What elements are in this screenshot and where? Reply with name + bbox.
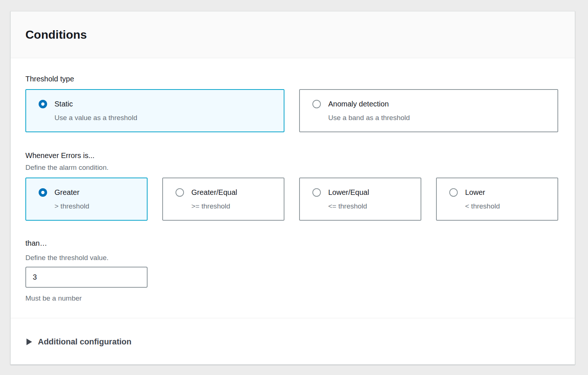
condition-option-greater[interactable]: Greater > threshold	[25, 178, 148, 221]
caret-right-icon	[26, 339, 32, 345]
panel-content: Threshold type Static Use a value as a t…	[11, 58, 575, 318]
option-text: Lower/Equal <= threshold	[328, 187, 369, 211]
additional-configuration-expander[interactable]: Additional configuration	[11, 318, 575, 365]
threshold-type-label: Threshold type	[25, 74, 558, 84]
option-text: Greater > threshold	[54, 187, 89, 211]
option-description: <= threshold	[328, 202, 369, 211]
option-description: >= threshold	[191, 202, 237, 211]
condition-options: Greater > threshold Greater/Equal >= thr…	[25, 178, 558, 221]
option-text: Anomaly detection Use a band as a thresh…	[328, 99, 410, 122]
conditions-panel: Conditions Threshold type Static Use a v…	[10, 11, 575, 365]
option-description: < threshold	[465, 202, 500, 211]
threshold-value-label: than…	[25, 238, 558, 248]
threshold-value-input[interactable]	[25, 267, 148, 288]
condition-label: Whenever Errors is...	[25, 151, 558, 160]
radio-anomaly-detection-icon[interactable]	[312, 100, 321, 108]
threshold-type-option-static[interactable]: Static Use a value as a threshold	[25, 89, 284, 132]
option-description: Use a value as a threshold	[54, 113, 137, 122]
option-label: Greater	[54, 187, 89, 197]
radio-lower-equal-icon[interactable]	[312, 188, 321, 197]
option-description: Use a band as a threshold	[328, 113, 410, 122]
condition-option-lower-equal[interactable]: Lower/Equal <= threshold	[299, 178, 421, 221]
threshold-type-option-anomaly-detection[interactable]: Anomaly detection Use a band as a thresh…	[299, 89, 558, 132]
threshold-value-constraint: Must be a number	[25, 294, 558, 303]
option-label: Lower/Equal	[328, 187, 369, 197]
option-label: Lower	[465, 187, 500, 197]
threshold-value-description: Define the threshold value.	[25, 253, 558, 262]
option-text: Greater/Equal >= threshold	[191, 187, 237, 211]
page-title: Conditions	[25, 28, 87, 42]
radio-greater-icon[interactable]	[39, 188, 47, 197]
panel-header: Conditions	[11, 11, 575, 58]
condition-description: Define the alarm condition.	[25, 163, 558, 172]
condition-option-greater-equal[interactable]: Greater/Equal >= threshold	[162, 178, 284, 221]
option-text: Static Use a value as a threshold	[54, 99, 137, 122]
option-label: Static	[54, 99, 137, 109]
radio-static-icon[interactable]	[39, 100, 47, 108]
option-text: Lower < threshold	[465, 187, 500, 211]
radio-lower-icon[interactable]	[449, 188, 458, 197]
radio-greater-equal-icon[interactable]	[176, 188, 184, 197]
threshold-type-options: Static Use a value as a threshold Anomal…	[25, 89, 558, 132]
option-label: Greater/Equal	[191, 187, 237, 197]
additional-configuration-label: Additional configuration	[38, 337, 131, 347]
condition-option-lower[interactable]: Lower < threshold	[436, 178, 558, 221]
option-description: > threshold	[54, 202, 89, 211]
option-label: Anomaly detection	[328, 99, 410, 109]
